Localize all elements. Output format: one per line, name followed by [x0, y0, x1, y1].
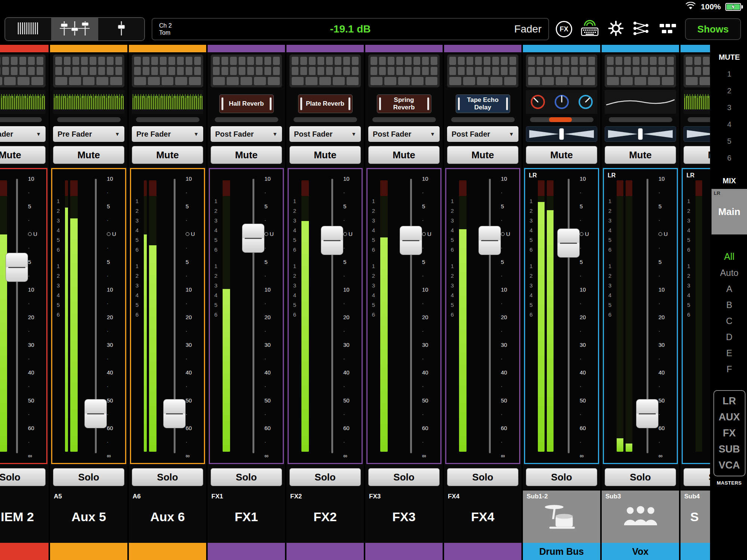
channel-name-area[interactable]: FX4 FX4: [444, 491, 521, 543]
fader-cap[interactable]: [321, 226, 343, 255]
mute-button[interactable]: Mute: [53, 146, 124, 164]
fader-cap[interactable]: [400, 226, 422, 255]
fader-track[interactable]: [410, 179, 412, 453]
mute-button[interactable]: Mute: [211, 146, 282, 164]
sidebar-mix-filter-f[interactable]: F: [726, 364, 732, 374]
fader-cap[interactable]: [636, 399, 658, 428]
sub-gain-knob[interactable]: [530, 94, 546, 110]
fader-mode-dropdown[interactable]: Post Fader ▼: [368, 126, 440, 142]
channel-name-area[interactable]: Sub3: [602, 491, 679, 543]
solo-button[interactable]: Solo: [0, 468, 46, 486]
fader-mode-dropdown[interactable]: Post Fader ▼: [211, 126, 282, 142]
pan-control[interactable]: [605, 126, 676, 142]
fader-mode-dropdown[interactable]: Pre Fader ▼: [53, 126, 124, 142]
channel-name-area[interactable]: A5 Aux 5: [50, 491, 127, 543]
solo-button[interactable]: Solo: [289, 468, 361, 486]
fader-cap[interactable]: [242, 224, 264, 253]
sidebar-mute-group-6[interactable]: 6: [727, 154, 731, 162]
mix-main-selector[interactable]: LR Main: [712, 189, 747, 234]
sidebar-mix-filter-c[interactable]: C: [726, 316, 732, 326]
shows-button[interactable]: Shows: [685, 18, 741, 40]
fx-preset-button[interactable]: Tape Echo Delay: [456, 94, 510, 113]
hardware-button[interactable]: [659, 19, 678, 39]
sidebar-bank-aux[interactable]: AUX: [719, 411, 740, 423]
channel-view-button[interactable]: [98, 18, 144, 40]
sidebar-mute-group-1[interactable]: 1: [727, 70, 731, 78]
fader-track[interactable]: [16, 179, 18, 453]
sub-gain-knob[interactable]: [577, 94, 594, 110]
sidebar-mix-filter-auto[interactable]: Auto: [720, 268, 738, 278]
channel-thumbnail[interactable]: Tape Echo Delay: [447, 55, 518, 122]
wireless-control-button[interactable]: [580, 19, 600, 39]
overview-view-button[interactable]: [5, 18, 52, 40]
channel-thumbnail[interactable]: [684, 55, 712, 122]
sub-gain-knob[interactable]: [554, 94, 570, 110]
channel-thumbnail[interactable]: [132, 55, 203, 122]
fader-track[interactable]: [489, 179, 491, 453]
channel-name-area[interactable]: IEM 2: [0, 491, 49, 543]
channel-name-area[interactable]: A6 Aux 6: [129, 491, 206, 543]
fx-button[interactable]: FX: [556, 19, 572, 39]
solo-button[interactable]: Solo: [526, 468, 597, 486]
mixer-view-button[interactable]: [52, 18, 99, 40]
fader-cap[interactable]: [163, 399, 186, 428]
fader-cap[interactable]: [557, 228, 580, 258]
fader-mode-dropdown[interactable]: Pre Fader ▼: [132, 126, 203, 142]
channel-thumbnail[interactable]: [605, 55, 676, 122]
sidebar-bank-fx[interactable]: FX: [723, 427, 736, 439]
sidebar-mute-group-3[interactable]: 3: [727, 103, 731, 112]
sidebar-bank-sub[interactable]: SUB: [719, 444, 740, 455]
mute-button[interactable]: Mute: [447, 146, 518, 164]
pan-control[interactable]: [684, 126, 712, 142]
mute-button[interactable]: Mute: [368, 146, 440, 164]
fx-preset-button[interactable]: Hall Reverb: [219, 94, 274, 113]
routing-button[interactable]: [632, 19, 651, 39]
mute-button[interactable]: Mute: [526, 146, 597, 164]
sidebar-mix-filter-b[interactable]: B: [726, 300, 732, 310]
channel-name-area[interactable]: FX2 FX2: [286, 491, 364, 543]
solo-button[interactable]: Solo: [684, 468, 712, 486]
pan-control[interactable]: [526, 126, 597, 142]
mute-button[interactable]: Mute: [605, 146, 676, 164]
sidebar-mix-filter-a[interactable]: A: [726, 284, 732, 294]
sidebar-mix-filter-all[interactable]: All: [724, 251, 735, 262]
channel-name-area[interactable]: FX3 FX3: [365, 491, 443, 543]
channel-name-area[interactable]: Sub1-2: [523, 491, 600, 543]
fader-cap[interactable]: [478, 226, 501, 255]
fx-preset-button[interactable]: Plate Reverb: [298, 94, 353, 113]
sidebar-mute-group-4[interactable]: 4: [727, 120, 731, 129]
parameter-display[interactable]: Ch 2 Tom -19.1 dB Fader: [152, 18, 549, 40]
fader-cap[interactable]: [84, 399, 107, 428]
solo-button[interactable]: Solo: [211, 468, 282, 486]
channel-thumbnail[interactable]: Spring Reverb: [368, 55, 440, 122]
sidebar-mix-filter-e[interactable]: E: [726, 348, 732, 358]
sidebar-mute-group-2[interactable]: 2: [727, 87, 731, 95]
sidebar-mix-filter-d[interactable]: D: [726, 332, 732, 342]
sidebar-bank-vca[interactable]: VCA: [719, 460, 740, 471]
channel-name-area[interactable]: Sub4 S: [681, 491, 712, 543]
channel-thumbnail[interactable]: Hall Reverb: [211, 55, 282, 122]
channel-thumbnail[interactable]: Plate Reverb: [289, 55, 361, 122]
solo-button[interactable]: Solo: [447, 468, 518, 486]
fader-mode-dropdown[interactable]: Post Fader ▼: [289, 126, 361, 142]
mute-button[interactable]: Mute: [132, 146, 203, 164]
channel-thumbnail[interactable]: [0, 55, 46, 122]
mute-button[interactable]: Mute: [289, 146, 361, 164]
channel-thumbnail[interactable]: [526, 55, 597, 122]
fader-cap[interactable]: [6, 253, 28, 282]
sidebar-mute-group-5[interactable]: 5: [727, 137, 731, 146]
fader-track[interactable]: [331, 179, 333, 453]
fader-track[interactable]: [568, 179, 570, 453]
fader-mode-dropdown[interactable]: Pre Fader ▼: [0, 126, 46, 142]
solo-button[interactable]: Solo: [368, 468, 440, 486]
channel-thumbnail[interactable]: [53, 55, 124, 122]
settings-button[interactable]: [607, 19, 624, 39]
fader-track[interactable]: [252, 179, 254, 453]
mute-button[interactable]: Mute: [684, 146, 712, 164]
fx-preset-button[interactable]: Spring Reverb: [377, 94, 431, 113]
mute-button[interactable]: Mute: [0, 146, 46, 164]
solo-button[interactable]: Solo: [53, 468, 124, 486]
fader-mode-dropdown[interactable]: Post Fader ▼: [447, 126, 518, 142]
sidebar-bank-lr[interactable]: LR: [723, 395, 736, 407]
solo-button[interactable]: Solo: [605, 468, 676, 486]
